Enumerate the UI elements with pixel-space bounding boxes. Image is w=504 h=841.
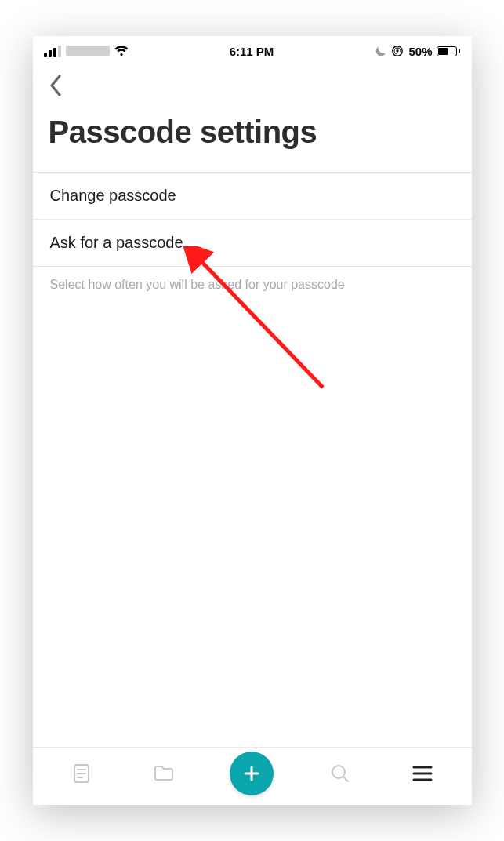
plus-icon bbox=[241, 763, 262, 784]
back-button[interactable] bbox=[44, 74, 67, 97]
page-title: Passcode settings bbox=[33, 102, 472, 172]
status-time: 6:11 PM bbox=[230, 45, 274, 58]
nav-folders-button[interactable] bbox=[148, 758, 179, 789]
nav-add-button[interactable] bbox=[230, 752, 274, 795]
list-item-change-passcode[interactable]: Change passcode bbox=[33, 173, 472, 220]
folder-icon bbox=[152, 763, 176, 785]
chevron-left-icon bbox=[49, 75, 63, 96]
cellular-signal-icon bbox=[44, 46, 61, 57]
status-right: 50% bbox=[375, 45, 460, 58]
status-left bbox=[44, 46, 129, 57]
bottom-nav bbox=[33, 747, 472, 805]
document-icon bbox=[71, 763, 92, 785]
nav-bar bbox=[33, 63, 472, 102]
do-not-disturb-icon bbox=[375, 46, 386, 57]
list-item-label: Change passcode bbox=[50, 187, 176, 204]
svg-rect-1 bbox=[397, 50, 399, 53]
battery-percent: 50% bbox=[408, 45, 432, 58]
wifi-icon bbox=[114, 46, 129, 56]
status-bar: 6:11 PM 50% bbox=[33, 36, 472, 63]
phone-screen: 6:11 PM 50% Passcode settings Change pas… bbox=[33, 36, 472, 805]
hamburger-icon bbox=[412, 765, 433, 782]
helper-text: Select how often you will be asked for y… bbox=[33, 267, 472, 303]
list-item-ask-for-passcode[interactable]: Ask for a passcode bbox=[33, 220, 472, 267]
nav-menu-button[interactable] bbox=[407, 758, 438, 789]
nav-notes-button[interactable] bbox=[66, 758, 97, 789]
carrier-label-redacted bbox=[66, 46, 110, 56]
svg-line-9 bbox=[343, 777, 348, 781]
settings-list: Change passcode Ask for a passcode bbox=[33, 172, 472, 267]
rotation-lock-icon bbox=[391, 45, 404, 57]
search-icon bbox=[329, 763, 351, 785]
list-item-label: Ask for a passcode bbox=[50, 234, 183, 251]
nav-search-button[interactable] bbox=[325, 758, 356, 789]
battery-icon bbox=[437, 46, 460, 56]
